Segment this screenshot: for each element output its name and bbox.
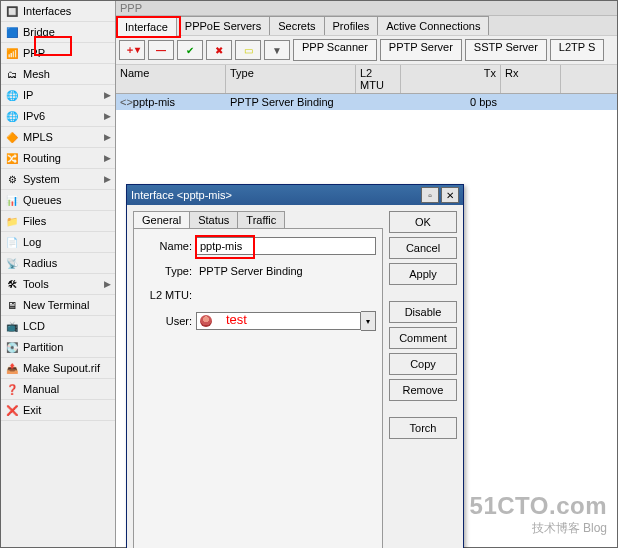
dialog-titlebar[interactable]: Interface <pptp-mis> ▫ ✕ [127, 185, 463, 205]
ppp-icon: 📶 [5, 46, 19, 60]
tab-interface[interactable]: Interface [116, 17, 177, 36]
copy-button[interactable]: Copy [389, 353, 457, 375]
watermark-main: 51CTO.com [470, 492, 607, 520]
sidebar: 🔲Interfaces 🟦Bridge 📶PPP 🗂Mesh 🌐IP▶ 🌐IPv… [1, 1, 116, 547]
tab-profiles[interactable]: Profiles [324, 16, 379, 35]
partition-icon: 💽 [5, 340, 19, 354]
dialog-tab-traffic[interactable]: Traffic [237, 211, 285, 228]
enable-button[interactable]: ✔ [177, 40, 203, 60]
mpls-icon: 🔶 [5, 130, 19, 144]
ok-button[interactable]: OK [389, 211, 457, 233]
col-tx[interactable]: Tx [401, 65, 501, 93]
manual-icon: ❓ [5, 382, 19, 396]
sidebar-item-ppp[interactable]: 📶PPP [1, 43, 115, 64]
l2mtu-value [196, 287, 376, 303]
sidebar-item-manual[interactable]: ❓Manual [1, 379, 115, 400]
pptp-server-button[interactable]: PPTP Server [380, 39, 462, 61]
sidebar-label: Files [23, 215, 46, 227]
sidebar-item-tools[interactable]: 🛠Tools▶ [1, 274, 115, 295]
sidebar-label: Queues [23, 194, 62, 206]
col-l2mtu[interactable]: L2 MTU [356, 65, 401, 93]
col-rx[interactable]: Rx [501, 65, 561, 93]
table-row[interactable]: <>pptp-mis PPTP Server Binding 0 bps [116, 94, 617, 110]
sidebar-item-new-terminal[interactable]: 🖥New Terminal [1, 295, 115, 316]
sidebar-item-ip[interactable]: 🌐IP▶ [1, 85, 115, 106]
remove-button[interactable]: — [148, 40, 174, 60]
type-value: PPTP Server Binding [196, 263, 376, 279]
dialog-tab-general[interactable]: General [133, 211, 190, 228]
sidebar-item-queues[interactable]: 📊Queues [1, 190, 115, 211]
sstp-server-button[interactable]: SSTP Server [465, 39, 547, 61]
disable-button[interactable]: ✖ [206, 40, 232, 60]
sidebar-item-radius[interactable]: 📡Radius [1, 253, 115, 274]
cancel-button[interactable]: Cancel [389, 237, 457, 259]
watermark-sub: 技术博客 Blog [470, 520, 607, 537]
chevron-right-icon: ▶ [104, 111, 111, 121]
tab-pppoe-servers[interactable]: PPPoE Servers [176, 16, 270, 35]
sidebar-item-mesh[interactable]: 🗂Mesh [1, 64, 115, 85]
sidebar-label: System [23, 173, 60, 185]
chevron-right-icon: ▶ [104, 279, 111, 289]
tab-active-connections[interactable]: Active Connections [377, 16, 489, 35]
sidebar-label: Mesh [23, 68, 50, 80]
window-buttons: ▫ ✕ [421, 187, 459, 203]
sidebar-item-exit[interactable]: ❌Exit [1, 400, 115, 421]
sidebar-item-ipv6[interactable]: 🌐IPv6▶ [1, 106, 115, 127]
chevron-right-icon: ▶ [104, 132, 111, 142]
dialog-tab-status[interactable]: Status [189, 211, 238, 228]
sidebar-label: Partition [23, 341, 63, 353]
dialog-fieldset: Name: pptp-mis Type: PPTP Server Binding… [133, 228, 383, 548]
system-icon: ⚙ [5, 172, 19, 186]
name-input[interactable]: pptp-mis [196, 237, 376, 255]
remove-dialog-button[interactable]: Remove [389, 379, 457, 401]
cell-tx: 0 bps [401, 96, 501, 108]
bridge-icon: 🟦 [5, 25, 19, 39]
sidebar-label: Bridge [23, 26, 55, 38]
add-button[interactable]: ＋▾ [119, 40, 145, 60]
grid-header: Name Type L2 MTU Tx Rx [116, 65, 617, 94]
cell-type: PPTP Server Binding [226, 96, 356, 108]
minimize-button[interactable]: ▫ [421, 187, 439, 203]
sidebar-label: Routing [23, 152, 61, 164]
tab-secrets[interactable]: Secrets [269, 16, 324, 35]
sidebar-item-log[interactable]: 📄Log [1, 232, 115, 253]
user-label: User: [140, 315, 196, 327]
filter-button[interactable]: ▼ [264, 40, 290, 60]
sidebar-item-mpls[interactable]: 🔶MPLS▶ [1, 127, 115, 148]
col-type[interactable]: Type [226, 65, 356, 93]
watermark: 51CTO.com 技术博客 Blog [470, 492, 607, 537]
sidebar-label: Interfaces [23, 5, 71, 17]
apply-button[interactable]: Apply [389, 263, 457, 285]
close-button[interactable]: ✕ [441, 187, 459, 203]
col-name[interactable]: Name [116, 65, 226, 93]
disable-dialog-button[interactable]: Disable [389, 301, 457, 323]
sidebar-label: MPLS [23, 131, 53, 143]
sidebar-item-files[interactable]: 📁Files [1, 211, 115, 232]
sidebar-label: IP [23, 89, 33, 101]
type-label: Type: [140, 265, 196, 277]
sidebar-item-system[interactable]: ⚙System▶ [1, 169, 115, 190]
user-dropdown-caret[interactable]: ▾ [361, 311, 376, 331]
cell-name: <>pptp-mis [116, 96, 226, 108]
sidebar-item-bridge[interactable]: 🟦Bridge [1, 22, 115, 43]
ppp-scanner-button[interactable]: PPP Scanner [293, 39, 377, 61]
comment-button[interactable]: ▭ [235, 40, 261, 60]
l2mtu-label: L2 MTU: [140, 289, 196, 301]
toolbar: ＋▾ — ✔ ✖ ▭ ▼ PPP Scanner PPTP Server SST… [116, 35, 617, 65]
log-icon: 📄 [5, 235, 19, 249]
dialog-title: Interface <pptp-mis> [131, 189, 232, 201]
l2tp-server-button[interactable]: L2TP S [550, 39, 605, 61]
chevron-right-icon: ▶ [104, 90, 111, 100]
comment-dialog-button[interactable]: Comment [389, 327, 457, 349]
sidebar-item-partition[interactable]: 💽Partition [1, 337, 115, 358]
sidebar-item-lcd[interactable]: 📺LCD [1, 316, 115, 337]
sidebar-item-routing[interactable]: 🔀Routing▶ [1, 148, 115, 169]
sidebar-item-interfaces[interactable]: 🔲Interfaces [1, 1, 115, 22]
user-input[interactable] [196, 312, 361, 330]
sidebar-item-make-supout[interactable]: 📤Make Supout.rif [1, 358, 115, 379]
field-type-row: Type: PPTP Server Binding [140, 263, 376, 279]
sidebar-label: New Terminal [23, 299, 89, 311]
torch-button[interactable]: Torch [389, 417, 457, 439]
tools-icon: 🛠 [5, 277, 19, 291]
main-panel: PPP Interface PPPoE Servers Secrets Prof… [116, 1, 617, 547]
